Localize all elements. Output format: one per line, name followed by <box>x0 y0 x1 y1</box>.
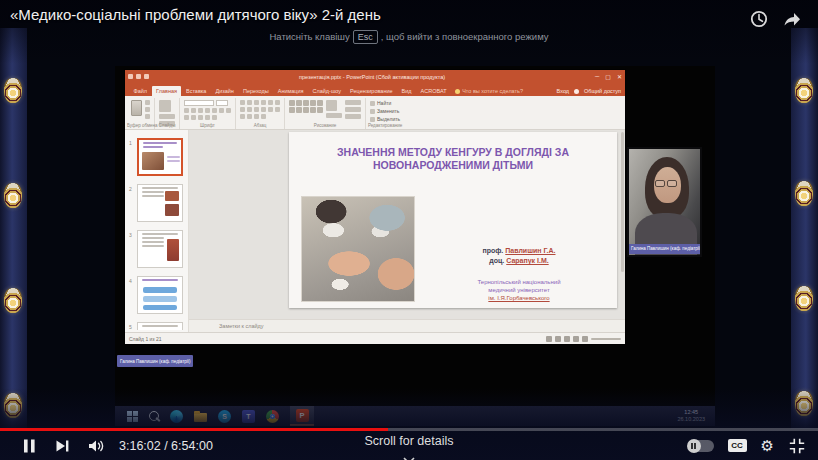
window-controls: ─▢✕ <box>595 73 622 80</box>
statusbar-view-controls <box>546 336 621 342</box>
ribbon-icons-placeholder <box>240 107 280 112</box>
tab-transitions: Переходы <box>238 86 273 97</box>
tab-slideshow: Слайд-шоу <box>308 86 346 97</box>
undo-icon <box>136 74 141 79</box>
canvas-scrollbar <box>621 132 624 272</box>
start-button-icon <box>127 411 138 422</box>
minimize-icon: ─ <box>595 73 599 80</box>
thumb-number: 4 <box>129 278 132 284</box>
youtube-fullscreen-player: презентація.pptx - PowerPoint (Сбой акти… <box>0 0 818 460</box>
tab-insert: Вставка <box>181 86 210 97</box>
slide-title: ЗНАЧЕННЯ МЕТОДУ КЕНГУРУ В ДОГЛЯДІ ЗА НОВ… <box>309 146 598 172</box>
active-app-tile: P <box>290 406 314 426</box>
university-emblem-icon <box>795 286 813 311</box>
ribbon: Буфер обмена Слайды Шрифт <box>125 96 625 130</box>
university-emblem-icon <box>795 181 813 206</box>
tab-home: Главная <box>152 86 182 97</box>
windows-taskbar: S T P 12:45 26.10.2023 <box>115 406 715 426</box>
tab-file: Файл <box>129 86 152 97</box>
webcam-name-badge: Галина Павлишин (каф. педіатрії) <box>629 244 700 254</box>
tab-review: Рецензирование <box>346 86 397 97</box>
thumb-number: 5 <box>129 324 132 330</box>
window-title: презентація.pptx - PowerPoint (Сбой акти… <box>149 74 595 80</box>
shared-desktop: презентація.pptx - PowerPoint (Сбой акти… <box>115 66 715 426</box>
slide-thumbnail-3 <box>137 230 183 268</box>
video-title: «Медико-соціальні проблеми дитячого віку… <box>10 6 381 23</box>
tab-animations: Анимация <box>273 86 308 97</box>
video-right-emblem-strip <box>791 28 818 429</box>
webcam-video: Галина Павлишин (каф. педіатрії) <box>627 147 702 257</box>
sharer-name-badge: Галина Павлишин (каф. педіатрії) <box>117 355 193 367</box>
ribbon-icons-placeholder <box>240 100 280 105</box>
slide-thumbnail-panel: 1 2 3 <box>125 130 189 332</box>
maximize-icon: ▢ <box>605 73 611 80</box>
slide-thumbnail-1 <box>137 138 183 176</box>
share-icon[interactable] <box>782 9 802 29</box>
share-label: Общий доступ <box>584 88 621 94</box>
powerpoint-window: презентація.pptx - PowerPoint (Сбой акти… <box>125 70 625 344</box>
ribbon-icons-placeholder <box>184 108 231 113</box>
person-icon <box>574 89 579 94</box>
ribbon-group-editing: Найти Заменить Выделить Редактирование <box>366 98 404 129</box>
account-area: Вход Общий доступ <box>553 88 625 96</box>
save-icon <box>128 74 133 79</box>
powerpoint-statusbar: Слайд 1 из 21 <box>125 332 625 344</box>
thumb-number: 3 <box>129 232 132 238</box>
slideshow-view-icon <box>582 336 588 342</box>
powerpoint-titlebar: презентація.pptx - PowerPoint (Сбой акти… <box>125 70 625 83</box>
university-emblem-icon <box>795 78 813 103</box>
lightbulb-icon <box>455 89 460 94</box>
slidesorter-view-icon <box>573 336 579 342</box>
slide-university: Тернопільський національний медичний уні… <box>439 278 599 302</box>
ribbon-group-clipboard: Буфер обмена <box>127 98 155 129</box>
thumb-number: 1 <box>129 140 132 146</box>
notes-pane: Заметки к слайду <box>189 319 625 332</box>
kangaroo-care-photo <box>301 196 415 302</box>
sign-in-label: Вход <box>557 88 569 94</box>
current-slide: ЗНАЧЕННЯ МЕТОДУ КЕНГУРУ В ДОГЛЯДІ ЗА НОВ… <box>289 132 617 308</box>
skype-icon: S <box>218 410 231 423</box>
teams-icon: T <box>242 410 255 423</box>
thumb-number: 2 <box>129 186 132 192</box>
fullscreen-escape-tooltip: Натисніть клавішуEsc, щоб вийти з повное… <box>0 30 818 44</box>
university-emblem-icon <box>4 393 22 418</box>
edge-browser-icon <box>170 410 183 423</box>
file-explorer-icon <box>194 413 207 422</box>
university-emblem-icon <box>795 391 813 416</box>
university-emblem-icon <box>4 78 22 103</box>
quick-access-toolbar <box>128 74 149 79</box>
university-emblem-icon <box>4 288 22 313</box>
tab-design: Дизайн <box>211 86 239 97</box>
taskbar-clock: 12:45 26.10.2023 <box>677 409 715 423</box>
chrome-icon <box>266 410 279 423</box>
video-left-emblem-strip <box>0 28 27 429</box>
watch-later-icon[interactable] <box>749 9 769 29</box>
search-icon <box>149 411 159 421</box>
font-name-box <box>184 100 231 106</box>
tab-acrobat: ACROBAT <box>416 86 451 97</box>
ribbon-group-slides: Слайды <box>155 98 180 129</box>
slide-thumbnail-2 <box>137 184 183 222</box>
slide-thumbnail-4 <box>137 276 183 314</box>
paste-icon <box>131 100 142 116</box>
university-emblem-icon <box>4 183 22 208</box>
comments-toggle-icon <box>555 336 561 342</box>
select-command: Выделить <box>370 116 400 122</box>
notes-toggle-icon <box>546 336 552 342</box>
powerpoint-taskbar-icon: P <box>296 409 309 422</box>
ribbon-group-paragraph: Абзац <box>236 98 285 129</box>
zoom-slider <box>591 338 621 340</box>
ribbon-icons-placeholder <box>145 100 150 119</box>
presenter-glasses <box>655 180 677 187</box>
ribbon-icons-placeholder <box>326 100 342 118</box>
normal-view-icon <box>564 336 570 342</box>
slide-counter: Слайд 1 из 21 <box>129 336 162 342</box>
ribbon-tab-bar: Файл Главная Вставка Дизайн Переходы Ани… <box>125 83 625 96</box>
slide-canvas: ЗНАЧЕННЯ МЕТОДУ КЕНГУРУ В ДОГЛЯДІ ЗА НОВ… <box>189 130 625 332</box>
tell-me-box: Что вы хотите сделать? <box>451 88 527 96</box>
ribbon-group-font: Шрифт <box>180 98 236 129</box>
ribbon-icons-placeholder <box>345 100 361 119</box>
slide-thumbnail-5 <box>137 322 183 330</box>
tab-view: Вид <box>397 86 416 97</box>
esc-keycap: Esc <box>353 30 378 44</box>
